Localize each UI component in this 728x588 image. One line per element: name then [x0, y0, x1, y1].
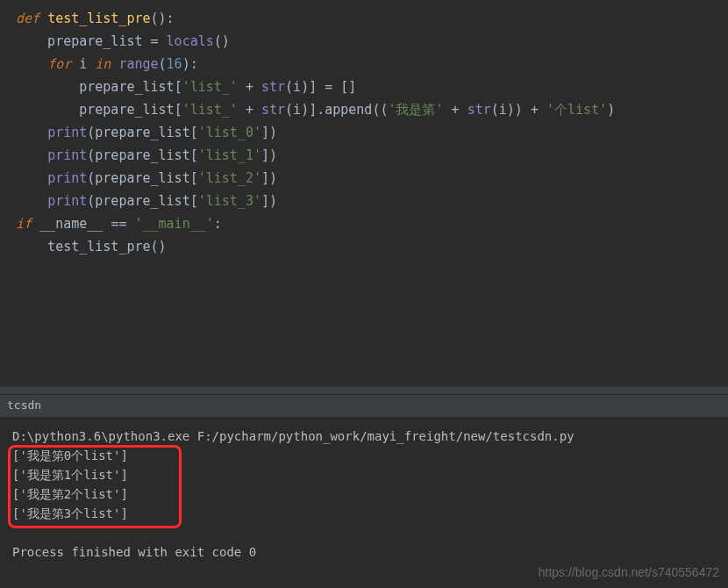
panel-divider[interactable] [0, 386, 728, 395]
code-line[interactable]: def test_list_pre(): [4, 7, 728, 30]
console-output[interactable]: D:\python3.6\python3.exe F:/pycharm/pyth… [0, 418, 728, 588]
code-line[interactable]: prepare_list['list_' + str(i)].append(('… [4, 98, 728, 121]
code-line[interactable]: print(prepare_list['list_1']) [4, 144, 728, 167]
code-line[interactable]: test_list_pre() [4, 235, 728, 258]
code-line[interactable]: if __name__ == '__main__': [4, 212, 728, 235]
code-line[interactable]: print(prepare_list['list_2']) [4, 167, 728, 190]
code-line[interactable]: prepare_list['list_' + str(i)] = [] [4, 75, 728, 98]
code-line[interactable]: prepare_list = locals() [4, 30, 728, 53]
console-line: ['我是第3个list'] [12, 504, 716, 523]
console-line: D:\python3.6\python3.exe F:/pycharm/pyth… [12, 427, 716, 446]
console-line [12, 523, 716, 542]
console-line: ['我是第2个list'] [12, 484, 716, 504]
code-line[interactable]: print(prepare_list['list_3']) [4, 190, 728, 212]
console-line: Process finished with exit code 0 [12, 542, 716, 562]
console-tab-bar: tcsdn [0, 395, 728, 418]
console-tab[interactable]: tcsdn [7, 398, 41, 412]
console-line: ['我是第1个list'] [12, 465, 716, 484]
watermark-text: https://blog.csdn.net/s740556472 [539, 565, 719, 579]
code-line[interactable]: for i in range(16): [4, 53, 728, 75]
code-line[interactable]: print(prepare_list['list_0']) [4, 121, 728, 144]
code-editor[interactable]: def test_list_pre(): prepare_list = loca… [0, 0, 728, 386]
console-line: ['我是第0个list'] [12, 446, 716, 465]
